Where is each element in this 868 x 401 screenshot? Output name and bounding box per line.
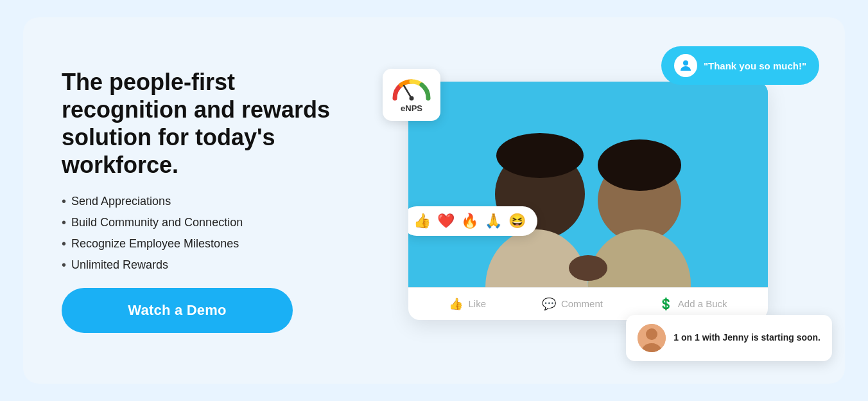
bullet-text: Send Appreciations (71, 195, 171, 208)
comment-icon: 💬 (542, 297, 556, 311)
svg-point-0 (683, 60, 688, 66)
reaction-emoji[interactable]: 🙏 (485, 213, 502, 229)
notification-avatar (638, 324, 666, 352)
bullet-text: Build Community and Connection (71, 216, 243, 229)
like-action[interactable]: 👍 Like (449, 297, 486, 311)
bullet-dot: • (62, 215, 66, 230)
reactions-bar: 👍❤️🔥🙏😆 (408, 206, 537, 236)
reaction-emoji[interactable]: 😆 (508, 213, 526, 229)
notification-card: 1 on 1 with Jenny is starting soon. (626, 315, 832, 361)
bullet-dot: • (62, 194, 66, 209)
thank-you-text: "Thank you so much!" (704, 60, 806, 71)
svg-point-2 (410, 96, 414, 100)
watch-demo-button[interactable]: Watch a Demo (62, 288, 293, 333)
comment-label: Comment (561, 298, 603, 309)
buck-icon: 💲 (659, 297, 673, 311)
hero-card: The people-first recognition and rewards… (23, 17, 845, 384)
bullet-item: •Build Community and Connection (62, 215, 331, 230)
enps-card: eNPS (383, 69, 440, 121)
gauge-chart (391, 76, 432, 101)
svg-point-12 (598, 139, 681, 191)
feature-list: •Send Appreciations•Build Community and … (62, 194, 331, 272)
like-icon: 👍 (449, 297, 463, 311)
reaction-emoji[interactable]: 🔥 (461, 213, 478, 229)
comment-action[interactable]: 💬 Comment (542, 297, 603, 311)
add-buck-action[interactable]: 💲 Add a Buck (659, 297, 727, 311)
bullet-dot: • (62, 258, 66, 272)
bullet-item: •Unlimited Rewards (62, 258, 331, 272)
reaction-emoji[interactable]: ❤️ (437, 213, 455, 229)
add-buck-label: Add a Buck (678, 298, 727, 309)
people-illustration (408, 82, 768, 287)
notification-text: 1 on 1 with Jenny is starting soon. (673, 332, 820, 344)
right-column: "Thank you so much!" (370, 53, 806, 348)
svg-point-11 (496, 133, 584, 178)
headline: The people-first recognition and rewards… (62, 68, 331, 179)
thank-you-bubble: "Thank you so much!" (661, 46, 819, 85)
bullet-text: Recognize Employee Milestones (71, 237, 239, 251)
svg-point-10 (569, 255, 607, 281)
main-image-card: eNPS (408, 82, 768, 320)
bullet-text: Unlimited Rewards (71, 258, 168, 272)
photo-area: 👍❤️🔥🙏😆 (408, 82, 768, 287)
bullet-item: •Send Appreciations (62, 194, 331, 209)
left-column: The people-first recognition and rewards… (62, 68, 331, 334)
jenny-avatar (638, 324, 666, 352)
bubble-avatar (674, 54, 697, 77)
bullet-dot: • (62, 236, 66, 251)
bullet-item: •Recognize Employee Milestones (62, 236, 331, 251)
like-label: Like (468, 298, 486, 309)
enps-label: eNPS (401, 103, 422, 113)
svg-point-14 (646, 328, 657, 340)
reaction-emoji[interactable]: 👍 (413, 213, 431, 229)
